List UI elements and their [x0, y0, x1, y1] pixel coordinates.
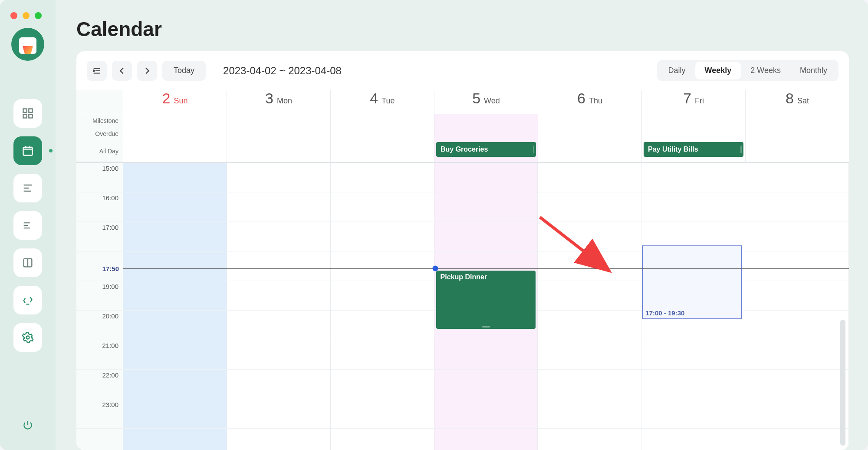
time-col-thu[interactable]	[538, 163, 641, 450]
sidebar-settings[interactable]	[13, 323, 42, 352]
time-col-tue[interactable]	[331, 163, 434, 450]
day-header-fri[interactable]: 7 Fri	[642, 90, 746, 114]
today-button[interactable]: Today	[162, 61, 206, 81]
day-header-sat[interactable]: 8 Sat	[746, 90, 849, 114]
time-selection[interactable]: 17:00 - 19:30	[642, 245, 742, 319]
hour-label: 22:00	[76, 370, 123, 399]
hour-label: 15:00	[76, 163, 123, 192]
svg-point-6	[26, 336, 30, 339]
now-time-label: 17:50	[76, 265, 123, 272]
time-col-mon[interactable]	[227, 163, 331, 450]
date-range: 2023-04-02 ~ 2023-04-08	[223, 65, 342, 77]
day-number: 6	[577, 90, 585, 107]
day-number: 5	[472, 90, 480, 107]
fixed-sun[interactable]	[123, 114, 227, 162]
now-indicator-dot	[432, 266, 438, 271]
fixed-days: Buy Groceries Pay Utility Bills	[123, 114, 849, 162]
day-header-mon[interactable]: 3 Mon	[227, 90, 331, 114]
svg-rect-0	[23, 109, 27, 112]
allday-event-pay-bills[interactable]: Pay Utility Bills	[644, 142, 743, 157]
svg-rect-1	[29, 109, 32, 112]
svg-rect-3	[29, 114, 32, 118]
fixed-wed[interactable]: Buy Groceries	[434, 114, 538, 162]
day-header-thu[interactable]: 6 Thu	[538, 90, 642, 114]
now-indicator-line	[123, 268, 849, 269]
chevron-left-icon	[117, 66, 127, 76]
fixed-tue[interactable]	[331, 114, 434, 162]
day-number: 8	[786, 90, 794, 107]
fixed-fri[interactable]: Pay Utility Bills	[642, 114, 746, 162]
calendar-app-icon	[18, 35, 37, 54]
indent-icon	[92, 66, 102, 76]
fixed-row-labels: Milestone Overdue All Day	[76, 114, 123, 162]
day-header-wed[interactable]: 5 Wed	[434, 90, 538, 114]
event-resize-handle[interactable]	[482, 326, 490, 328]
day-name: Sun	[174, 96, 187, 106]
fixed-sat[interactable]	[746, 114, 849, 162]
align-left-icon	[22, 182, 34, 194]
gear-icon	[22, 331, 34, 344]
header-spacer	[76, 90, 123, 114]
view-monthly[interactable]: Monthly	[790, 62, 837, 79]
sidebar-split[interactable]	[13, 248, 42, 277]
view-switcher: Daily Weekly 2 Weeks Monthly	[657, 60, 838, 81]
day-header-tue[interactable]: 4 Tue	[331, 90, 434, 114]
allday-event-buy-groceries[interactable]: Buy Groceries	[436, 142, 536, 157]
sidebar-recycle[interactable]	[13, 286, 42, 314]
view-daily[interactable]: Daily	[659, 62, 695, 79]
sidebar-calendar[interactable]	[13, 136, 42, 165]
power-button[interactable]	[17, 414, 39, 436]
event-title: Pickup Dinner	[441, 273, 487, 281]
app-window: Calendar Today 2023-04-02 ~ 2023-04-08 D…	[0, 0, 868, 450]
day-number: 7	[683, 90, 691, 107]
window-zoom[interactable]	[35, 12, 42, 19]
event-pickup-dinner[interactable]: Pickup Dinner	[436, 271, 536, 329]
fixed-rows: Milestone Overdue All Day	[76, 114, 849, 163]
day-header-row: 2 Sun 3 Mon 4 Tue 5 Wed 6 Thu	[76, 90, 849, 114]
prev-button[interactable]	[112, 61, 132, 81]
calendar-panel: Today 2023-04-02 ~ 2023-04-08 Daily Week…	[76, 51, 849, 450]
page-title: Calendar	[76, 17, 849, 41]
fixed-mon[interactable]	[227, 114, 331, 162]
power-icon	[22, 420, 33, 431]
time-col-sun[interactable]	[123, 163, 227, 450]
chevron-right-icon	[142, 66, 152, 76]
time-grid: 15:00 16:00 17:00 19:00 20:00 21:00 22:0…	[76, 163, 849, 450]
hour-label: 21:00	[76, 340, 123, 370]
calendar-icon	[22, 145, 34, 157]
panel-split-icon	[22, 257, 34, 269]
next-button[interactable]	[137, 61, 157, 81]
hour-label: 19:00	[76, 281, 123, 311]
time-col-wed[interactable]: Pickup Dinner	[434, 163, 538, 450]
view-weekly[interactable]: Weekly	[695, 62, 741, 79]
day-header-sun[interactable]: 2 Sun	[123, 90, 227, 114]
window-close[interactable]	[10, 12, 17, 19]
day-name: Wed	[484, 96, 500, 106]
time-days: Pickup Dinner 17:00 - 19:30	[123, 163, 849, 450]
window-minimize[interactable]	[23, 12, 30, 19]
fixed-thu[interactable]	[538, 114, 642, 162]
sidebar-list-1[interactable]	[13, 174, 42, 202]
app-logo[interactable]	[11, 28, 44, 61]
day-name: Tue	[381, 96, 395, 106]
allday-label: All Day	[76, 140, 123, 162]
time-gutter: 15:00 16:00 17:00 19:00 20:00 21:00 22:0…	[76, 163, 123, 450]
hour-label: 20:00	[76, 311, 123, 340]
time-col-sat[interactable]	[745, 163, 849, 450]
day-number: 2	[162, 90, 171, 107]
sidebar-list-2[interactable]	[13, 211, 42, 240]
sidebar	[0, 0, 56, 450]
time-col-fri[interactable]: 17:00 - 19:30	[641, 163, 745, 450]
recycle-icon	[22, 294, 34, 306]
scrollbar[interactable]	[840, 320, 845, 446]
dashboard-icon	[22, 107, 34, 119]
main-area: Calendar Today 2023-04-02 ~ 2023-04-08 D…	[56, 0, 868, 450]
day-number: 4	[370, 90, 378, 107]
day-name: Sat	[797, 96, 809, 106]
calendar-toolbar: Today 2023-04-02 ~ 2023-04-08 Daily Week…	[76, 51, 849, 90]
sidebar-dashboard[interactable]	[13, 99, 42, 128]
hour-label: 16:00	[76, 192, 123, 222]
view-2weeks[interactable]: 2 Weeks	[741, 62, 790, 79]
collapse-button[interactable]	[87, 61, 107, 81]
day-name: Fri	[695, 96, 704, 106]
